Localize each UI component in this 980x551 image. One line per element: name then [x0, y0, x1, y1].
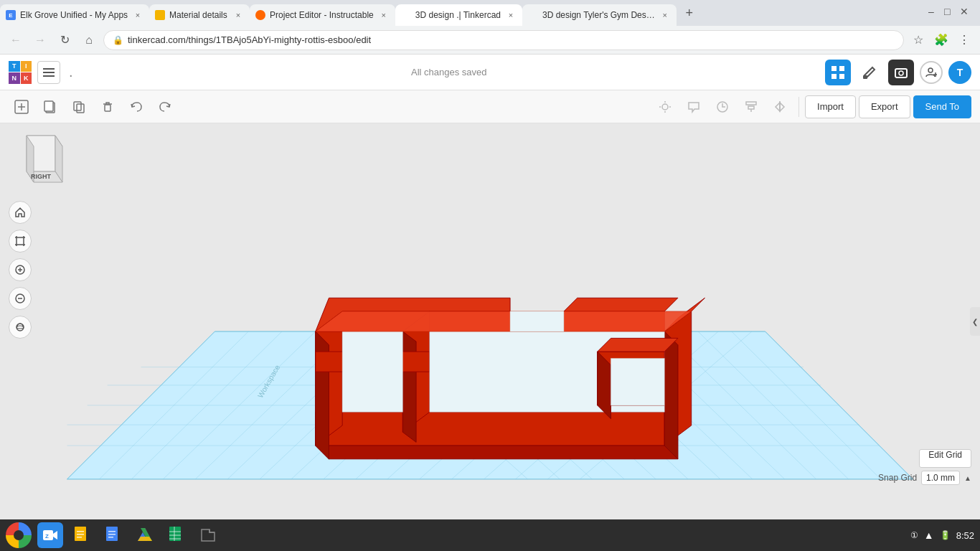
- tab-elk-close[interactable]: ×: [132, 9, 143, 21]
- canvas-area: RIGHT: [0, 123, 980, 519]
- fit-view-button[interactable]: [9, 230, 32, 253]
- home-button[interactable]: ⌂: [79, 30, 99, 50]
- svg-rect-39: [17, 237, 24, 245]
- taskbar-battery-icon[interactable]: 🔋: [940, 530, 951, 540]
- view-cube[interactable]: RIGHT: [9, 132, 66, 189]
- logo-i: I: [21, 61, 32, 72]
- camera-icon: [894, 65, 908, 80]
- snap-arrow-icon[interactable]: ▲: [964, 474, 971, 482]
- taskbar-google-sheets-icon[interactable]: [164, 522, 189, 548]
- zoom-in-button[interactable]: [9, 258, 32, 281]
- taskbar-wifi-icon[interactable]: ▲: [924, 529, 934, 541]
- person-add-icon: [925, 67, 937, 78]
- undo-icon: [128, 99, 144, 115]
- tab-elk-grove[interactable]: E Elk Grove Unified - My Apps ×: [0, 4, 149, 26]
- zoom-logo: Z: [42, 527, 59, 544]
- bookmark-star-icon[interactable]: ☆: [908, 30, 928, 50]
- tab-material[interactable]: Material details ×: [149, 4, 250, 26]
- svg-rect-2: [43, 75, 55, 77]
- grid-view-button[interactable]: [825, 60, 851, 85]
- comment-tool-button[interactable]: [681, 94, 707, 120]
- svg-rect-28: [748, 106, 754, 109]
- light-tool-button[interactable]: [652, 94, 678, 120]
- import-button[interactable]: Import: [805, 95, 856, 118]
- tab-material-title: Material details: [169, 10, 228, 20]
- taskbar-google-docs-yellow-icon[interactable]: [69, 522, 95, 548]
- refresh-button[interactable]: ↻: [55, 30, 75, 50]
- snap-grid-row: Snap Grid 1.0 mm ▲: [878, 471, 971, 485]
- tab-tinkercad-favicon: [401, 10, 411, 20]
- tinkercad-topbar: T I N K . All changes saved: [0, 55, 980, 90]
- svg-rect-0: [43, 68, 55, 70]
- lock-icon: 🔒: [113, 35, 123, 45]
- delete-button[interactable]: [95, 94, 121, 120]
- svg-rect-123: [77, 531, 84, 532]
- right-panel-handle[interactable]: ❮: [970, 307, 980, 336]
- taskbar-notification-icon[interactable]: ①: [910, 530, 918, 540]
- home-view-button[interactable]: [9, 201, 32, 224]
- save-status: All changes saved: [79, 67, 819, 77]
- close-button[interactable]: ✕: [960, 6, 974, 20]
- back-button[interactable]: ←: [6, 30, 26, 50]
- new-tab-button[interactable]: +: [679, 3, 699, 23]
- extensions-icon[interactable]: 🧩: [931, 30, 951, 50]
- sheets-logo: [166, 525, 187, 545]
- menu-dot: .: [69, 64, 73, 80]
- svg-rect-5: [831, 74, 837, 79]
- tab-instructable[interactable]: Project Editor - Instructable ×: [250, 4, 395, 26]
- maximize-button[interactable]: □: [944, 6, 958, 20]
- taskbar-google-docs-blue-icon[interactable]: [100, 522, 126, 548]
- snap-grid-value: 1.0 mm: [921, 471, 960, 485]
- 3d-canvas[interactable]: Workspace Edit Grid Snap Grid 1.0 mm ▲: [0, 123, 980, 519]
- user-avatar[interactable]: T: [948, 61, 971, 84]
- action-right-buttons: Import Export Send To: [652, 94, 971, 120]
- menu-button[interactable]: [37, 61, 60, 84]
- view-all-button[interactable]: [9, 316, 32, 339]
- tab-tinkercad-close[interactable]: ×: [505, 9, 517, 21]
- drive-logo: [135, 525, 155, 545]
- tab-instructable-close[interactable]: ×: [378, 9, 390, 21]
- tab-tinkercad2-close[interactable]: ×: [659, 9, 671, 21]
- mirror-tool-button[interactable]: [767, 94, 793, 120]
- svg-marker-31: [776, 103, 780, 111]
- more-menu-icon[interactable]: ⋮: [954, 30, 974, 50]
- new-shape-icon: [14, 99, 29, 115]
- minimize-button[interactable]: –: [928, 6, 943, 20]
- redo-button[interactable]: [152, 94, 178, 120]
- taskbar-zoom-icon[interactable]: Z: [37, 522, 63, 548]
- tinkercad-logo[interactable]: T I N K: [9, 61, 32, 84]
- svg-rect-8: [895, 69, 907, 77]
- address-input[interactable]: 🔒 tinkercad.com/things/1TBAjo5AbYi-might…: [103, 30, 904, 50]
- tab-tinkercad2[interactable]: 3D design Tyler's Gym Des… ×: [522, 4, 677, 26]
- docs-blue-logo: [103, 525, 123, 545]
- tab-material-close[interactable]: ×: [232, 9, 244, 21]
- svg-marker-115: [611, 358, 664, 405]
- browser-frame: E Elk Grove Unified - My Apps × Material…: [0, 0, 980, 551]
- add-user-button[interactable]: [920, 61, 943, 84]
- svg-text:RIGHT: RIGHT: [31, 173, 52, 180]
- undo-button[interactable]: [123, 94, 149, 120]
- tab-tinkercad-active[interactable]: 3D design .| Tinkercad ×: [395, 4, 522, 26]
- export-button[interactable]: Export: [859, 95, 910, 118]
- svg-text:Z: Z: [45, 533, 49, 540]
- ruler-tool-button[interactable]: [710, 94, 735, 120]
- taskbar-chrome-icon[interactable]: [6, 522, 32, 548]
- taskbar-right: ① ▲ 🔋 8:52: [910, 529, 974, 541]
- taskbar-files-icon[interactable]: [195, 522, 221, 548]
- copy-button[interactable]: [37, 94, 63, 120]
- dark-mode-button[interactable]: [888, 60, 914, 85]
- mirror-icon: [772, 99, 788, 115]
- svg-rect-27: [746, 102, 756, 105]
- svg-rect-1: [43, 72, 55, 73]
- sendto-button[interactable]: Send To: [913, 95, 971, 118]
- tools-icon: [862, 65, 877, 80]
- tab-elk-title: Elk Grove Unified - My Apps: [20, 10, 128, 20]
- zoom-out-button[interactable]: [9, 287, 32, 310]
- tools-button[interactable]: [857, 60, 882, 85]
- taskbar-google-drive-icon[interactable]: [132, 522, 158, 548]
- align-tool-button[interactable]: [738, 94, 764, 120]
- duplicate-button[interactable]: [66, 94, 92, 120]
- forward-button[interactable]: →: [30, 30, 50, 50]
- new-shape-button[interactable]: [9, 94, 34, 120]
- edit-grid-button[interactable]: Edit Grid: [919, 449, 971, 468]
